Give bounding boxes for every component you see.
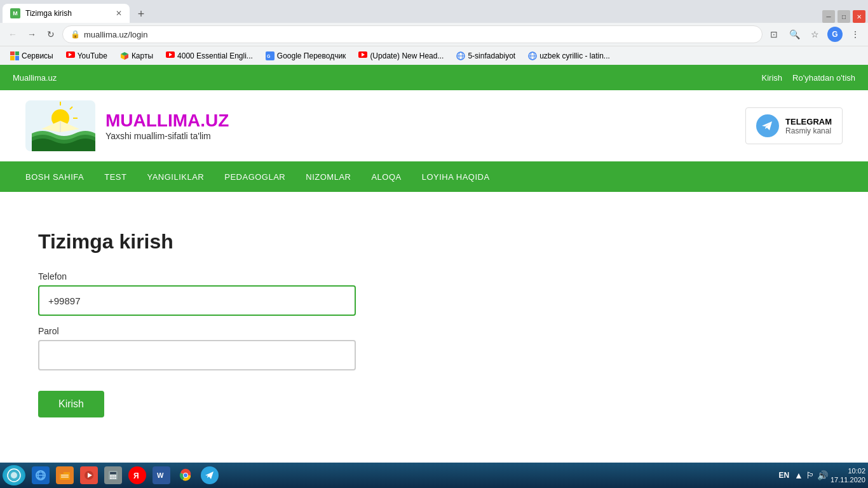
bookmark-sinfadabiyot[interactable]: 5-sinfadabiyot <box>451 50 520 62</box>
back-button[interactable]: ← <box>5 27 20 42</box>
logo-subtitle: Yaxshi muallim-sifatli ta'lim <box>105 131 229 141</box>
translator-icon: G <box>266 51 275 60</box>
address-box[interactable]: 🔒 muallima.uz/login <box>62 25 763 43</box>
telegram-sub: Rasmiy kanal <box>785 126 832 135</box>
submit-button[interactable]: Kirish <box>38 391 104 417</box>
nav-loyiha-haqida[interactable]: LOYIHA HAQIDA <box>422 172 490 182</box>
site-logo-text: Muallima.uz <box>13 73 57 83</box>
newhead-icon <box>358 51 367 60</box>
bookmark-maps[interactable]: Карты <box>115 50 158 62</box>
password-input[interactable] <box>38 340 356 370</box>
uzbek-icon <box>528 51 537 60</box>
phone-input[interactable] <box>38 285 356 316</box>
main-content: Tizimga kirish Telefon Parol Kirish <box>0 192 508 443</box>
services-icon <box>10 51 19 60</box>
window-controls: ─ □ ✕ <box>822 10 865 23</box>
nav-pedagoglar[interactable]: PEDAGOGLAR <box>224 172 285 182</box>
close-button[interactable]: ✕ <box>853 10 865 23</box>
nav-test[interactable]: TEST <box>104 172 126 182</box>
nav-nizomlar[interactable]: NIZOMLAR <box>306 172 351 182</box>
forward-button[interactable]: → <box>24 27 39 42</box>
minimize-button[interactable]: ─ <box>822 10 835 23</box>
logo-title: MUALLIMA.UZ <box>105 111 229 131</box>
bookmark-youtube[interactable]: YouTube <box>61 50 112 62</box>
bookmark-english-label: 4000 Essential Engli... <box>177 51 253 60</box>
profile-avatar[interactable]: G <box>827 27 843 42</box>
bookmarks-bar: Сервисы YouTube Карты 4000 Essential Eng… <box>0 46 868 65</box>
password-field-group: Parol <box>38 326 470 370</box>
nav-yangiliklar[interactable]: YANGILIKLAR <box>147 172 204 182</box>
bookmark-english[interactable]: 4000 Essential Engli... <box>161 50 258 62</box>
reload-button[interactable]: ↻ <box>43 27 58 42</box>
bookmark-uzbek[interactable]: uzbek cyrillic - latin... <box>523 50 615 62</box>
site-header-actions: Kirish Ro'yhatdan o'tish <box>762 73 855 83</box>
maps-icon <box>120 51 129 60</box>
svg-text:G: G <box>267 54 271 58</box>
bookmark-icon[interactable]: ☆ <box>807 27 822 42</box>
tab-bar: M Tizimga kirish ✕ + ─ □ ✕ <box>0 0 868 23</box>
active-tab[interactable]: M Tizimga kirish ✕ <box>3 4 130 23</box>
bookmark-youtube-label: YouTube <box>78 51 107 60</box>
phone-field-group: Telefon <box>38 271 470 316</box>
tab-close-button[interactable]: ✕ <box>116 9 122 18</box>
telegram-icon <box>756 114 779 137</box>
website: Muallima.uz Kirish Ro'yhatdan o'tish <box>0 65 868 443</box>
bookmark-uzbek-label: uzbek cyrillic - latin... <box>539 51 610 60</box>
phone-label: Telefon <box>38 271 470 281</box>
logo-image <box>25 100 95 151</box>
zoom-icon[interactable]: 🔍 <box>787 27 802 42</box>
english-icon <box>166 51 175 60</box>
address-bar-row: ← → ↻ 🔒 muallima.uz/login ⊡ 🔍 ☆ G ⋮ <box>0 23 868 46</box>
menu-icon[interactable]: ⋮ <box>848 27 863 42</box>
site-nav: BOSH SAHIFA TEST YANGILIKLAR PEDAGOGLAR … <box>0 161 868 192</box>
telegram-label: TELEGRAM <box>785 117 832 126</box>
bookmark-translator-label: Google Переводчик <box>277 51 346 60</box>
page-title: Tizimga kirish <box>38 230 470 254</box>
bookmark-translator[interactable]: G Google Переводчик <box>261 50 351 62</box>
logo-area: MUALLIMA.UZ Yaxshi muallim-sifatli ta'li… <box>25 100 229 151</box>
bookmark-newhead-label: (Update) New Head... <box>370 51 444 60</box>
royhatdan-link[interactable]: Ro'yhatdan o'tish <box>792 73 855 83</box>
bookmark-services-label: Сервисы <box>22 51 53 60</box>
maximize-button[interactable]: □ <box>837 10 850 23</box>
lock-icon: 🔒 <box>71 30 80 39</box>
tab-title: Tizimga kirish <box>25 9 111 18</box>
kirish-link[interactable]: Kirish <box>762 73 783 83</box>
sinfadabiyot-icon <box>456 51 465 60</box>
logo-text-area: MUALLIMA.UZ Yaxshi muallim-sifatli ta'li… <box>105 111 229 141</box>
youtube-icon <box>66 51 75 60</box>
telegram-widget[interactable]: TELEGRAM Rasmiy kanal <box>745 107 843 144</box>
bookmark-newhead[interactable]: (Update) New Head... <box>353 50 449 62</box>
address-text: muallima.uz/login <box>84 30 754 39</box>
tab-favicon: M <box>10 8 20 18</box>
bookmark-maps-label: Карты <box>132 51 153 60</box>
telegram-text: TELEGRAM Rasmiy kanal <box>785 117 832 135</box>
browser-chrome: M Tizimga kirish ✕ + ─ □ ✕ ← → ↻ 🔒 muall… <box>0 0 868 65</box>
browser-actions: ⊡ 🔍 ☆ G ⋮ <box>766 27 863 42</box>
cast-icon[interactable]: ⊡ <box>766 27 782 42</box>
password-label: Parol <box>38 326 470 336</box>
new-tab-button[interactable]: + <box>132 5 150 23</box>
site-main-header: MUALLIMA.UZ Yaxshi muallim-sifatli ta'li… <box>0 90 868 161</box>
site-top-bar: Muallima.uz Kirish Ro'yhatdan o'tish <box>0 65 868 90</box>
bookmark-sinfadabiyot-label: 5-sinfadabiyot <box>468 51 515 60</box>
nav-aloqa[interactable]: ALOQA <box>371 172 401 182</box>
nav-bosh-sahifa[interactable]: BOSH SAHIFA <box>25 172 84 182</box>
bookmark-services[interactable]: Сервисы <box>5 50 58 62</box>
